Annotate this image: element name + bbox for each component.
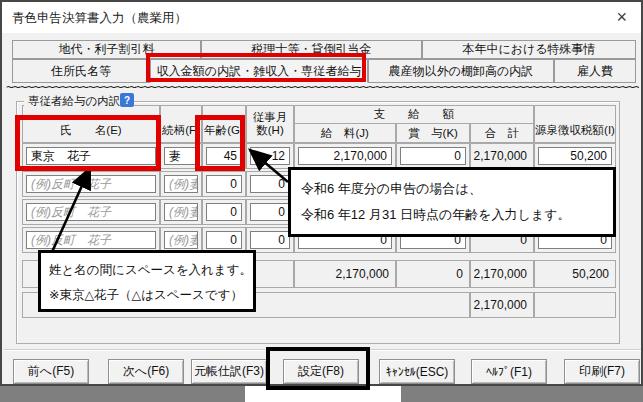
age-callout: 令和6 年度分の申告の場合は、 令和6 年12 月31 日時点の年齢を入力します… xyxy=(288,167,616,237)
name-callout-line2: ※東京△花子（△はスペースです） xyxy=(49,283,245,308)
age-input[interactable]: 0 xyxy=(206,231,242,249)
tab-label: 本年中における特殊事情 xyxy=(462,41,595,58)
arrow-to-name-field xyxy=(40,158,100,254)
name-callout: 姓と名の間にスペースを入れます。 ※東京△花子（△はスペースです） xyxy=(38,250,256,312)
col-header-salary: 給 料(J) xyxy=(294,123,396,143)
group-title: 専従者給与の内訳 xyxy=(24,94,124,109)
table-row: (例)妻 xyxy=(160,199,202,225)
tab-label: 地代・利子割引料 xyxy=(59,41,155,58)
salary-input[interactable]: 2,170,000 xyxy=(298,147,392,165)
cancel-button[interactable]: ｷｬﾝｾﾙ(ESC) xyxy=(379,359,455,384)
totals-withholding: 50,200 xyxy=(534,260,616,288)
age-input[interactable]: 0 xyxy=(206,203,242,221)
col-header-bonus: 賞 与(K) xyxy=(396,123,470,143)
arrow-to-age-field xyxy=(240,140,300,185)
table-row: 0 xyxy=(396,143,470,169)
table-row: 2,170,000 xyxy=(294,143,396,169)
col-header-months-line2: 数(H) xyxy=(256,124,283,137)
summary-withholding-cell xyxy=(534,292,616,318)
months-input[interactable]: 0 xyxy=(250,203,290,221)
totals-bonus: 0 xyxy=(396,260,470,288)
col-header-total: 合 計 xyxy=(470,123,534,143)
relation-input[interactable]: (例)妻 xyxy=(164,203,198,221)
age-callout-line2: 令和6 年12 月31 日時点の年齢を入力します。 xyxy=(301,202,603,228)
name-callout-line1: 姓と名の間にスペースを入れます。 xyxy=(49,258,245,283)
ledger-journal-button[interactable]: 元帳仕訳(F3) xyxy=(191,359,267,384)
totals-salary: 2,170,000 xyxy=(294,260,396,288)
tab-label: 農産物以外の棚卸高の内訳 xyxy=(389,63,534,80)
table-row: 50,200 xyxy=(534,143,616,169)
table-row: (例)妻 xyxy=(160,171,202,197)
title-bar: 青色申告決算書入力（農業用） × xyxy=(2,2,641,33)
red-highlight-name-column xyxy=(15,115,161,171)
black-highlight-settings-button xyxy=(266,347,370,390)
table-row: 0 xyxy=(246,199,294,225)
help-icon[interactable]: ? xyxy=(120,93,134,107)
relation-input[interactable]: (例)妻 xyxy=(164,231,198,249)
relation-input[interactable]: (例)妻 xyxy=(164,175,198,193)
red-highlight-age-column xyxy=(195,115,245,171)
bonus-input[interactable]: 0 xyxy=(400,147,466,165)
window-title: 青色申告決算書入力（農業用） xyxy=(12,10,187,27)
screenshot-root: 青色申告決算書入力（農業用） × 地代・利子割引料 税理士等・貸倒引当金 本年中… xyxy=(0,0,643,402)
age-callout-line1: 令和6 年度分の申告の場合は、 xyxy=(301,176,603,202)
months-input[interactable]: 0 xyxy=(250,231,290,249)
print-button[interactable]: 印刷(F7) xyxy=(564,359,640,384)
close-icon[interactable]: × xyxy=(616,6,627,28)
totals-total: 2,170,000 xyxy=(470,260,534,288)
row-total-value: 2,170,000 xyxy=(470,143,534,169)
withholding-input[interactable]: 50,200 xyxy=(538,147,612,165)
next-button[interactable]: 次へ(F6) xyxy=(108,359,184,384)
col-header-months-line1: 従事月 xyxy=(253,111,288,124)
tab-label: 雇人費 xyxy=(577,63,613,80)
age-input[interactable]: 0 xyxy=(206,175,242,193)
tab-label: 住所氏名等 xyxy=(51,63,111,80)
tab-tokushu-jijou[interactable]: 本年中における特殊事情 xyxy=(422,40,636,59)
red-highlight-selected-tab xyxy=(146,53,366,82)
summary-total-value: 2,170,000 xyxy=(470,292,534,318)
col-header-payment-group: 支 給 額 xyxy=(294,105,534,124)
prev-button[interactable]: 前へ(F5) xyxy=(13,359,89,384)
table-row: 0 xyxy=(202,199,246,225)
col-header-withholding: 源泉徴収税額(I) xyxy=(534,105,616,143)
relation-input[interactable]: 妻 xyxy=(164,147,198,165)
col-header-months: 従事月 数(H) xyxy=(246,105,294,143)
help-button[interactable]: ﾍﾙﾌﾟ(F1) xyxy=(471,359,547,384)
